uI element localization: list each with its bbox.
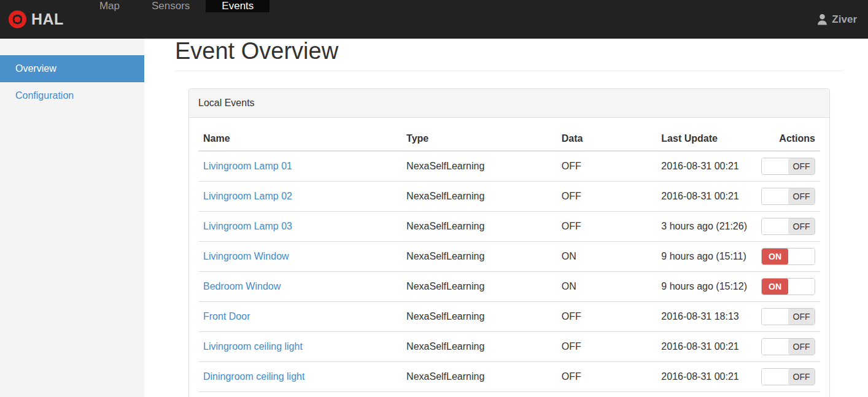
toggle-off-label: OFF: [788, 188, 815, 204]
toggle-knob: [762, 309, 788, 325]
nav-tab-events[interactable]: Events: [206, 0, 269, 12]
last-update-value: 2016-08-31 00:21: [656, 181, 756, 211]
user-icon: [816, 13, 828, 25]
local-events-panel: Local Events Name Type Data Last Update …: [188, 88, 830, 397]
device-type: NexaSelfLearning: [401, 271, 557, 301]
device-data-value: OFF: [557, 391, 657, 397]
sidebar-menu: Overview Configuration: [0, 39, 144, 109]
column-header-data: Data: [557, 127, 657, 151]
device-type: NexaSelfLearning: [401, 331, 557, 361]
table-row: Diningroom ceiling light NexaSelfLearnin…: [198, 361, 820, 391]
navbar-tabs: Map Sensors Events: [83, 0, 269, 39]
toggle-knob: [762, 158, 788, 174]
user-menu[interactable]: Ziver: [816, 0, 868, 39]
toggle-knob: [762, 188, 788, 204]
device-link[interactable]: Diningroom ceiling light: [203, 371, 304, 382]
toggle-knob: [762, 218, 788, 234]
nav-tab-map[interactable]: Map: [83, 0, 136, 12]
brand-link[interactable]: HAL: [0, 0, 70, 39]
device-data-value: ON: [557, 241, 657, 271]
last-update-value: 2016-08-31 00:21: [656, 391, 756, 397]
last-update-value: 2016-08-31 00:21: [656, 151, 756, 182]
column-header-actions: Actions: [756, 127, 820, 151]
device-link[interactable]: Livingroom Lamp 02: [203, 191, 292, 201]
column-header-type: Type: [401, 127, 557, 151]
toggle-on-label: ON: [762, 279, 788, 295]
power-toggle[interactable]: OFF: [761, 188, 815, 205]
hal-logo-icon: [9, 10, 26, 28]
device-link[interactable]: Livingroom Window: [203, 251, 289, 261]
toggle-knob: [762, 369, 788, 385]
device-type: NexaSelfLearning: [401, 301, 557, 331]
toggle-off-label: OFF: [788, 309, 815, 325]
toggle-knob: [788, 279, 815, 295]
sidebar-item-configuration[interactable]: Configuration: [0, 82, 144, 109]
power-toggle[interactable]: OFF: [761, 308, 815, 325]
toggle-on-label: ON: [762, 249, 788, 264]
page-title: Event Overview: [175, 39, 842, 64]
toggle-off-label: OFF: [788, 158, 815, 174]
table-row: Front Door NexaSelfLearning OFF 2016-08-…: [198, 301, 820, 331]
device-data-value: ON: [557, 271, 657, 301]
power-toggle[interactable]: OFF: [761, 158, 815, 175]
table-row: Bedroom Window NexaSelfLearning ON 9 hou…: [198, 271, 820, 301]
user-name: Ziver: [832, 13, 857, 26]
top-navbar: HAL Map Sensors Events Ziver: [0, 0, 868, 39]
table-row: Livingroom Lamp 01 NexaSelfLearning OFF …: [198, 151, 820, 182]
table-header-row: Name Type Data Last Update Actions: [198, 127, 820, 151]
table-row: Livingroom Lamp 02 NexaSelfLearning OFF …: [198, 181, 820, 211]
panel-title: Local Events: [189, 89, 829, 118]
device-link[interactable]: Livingroom Lamp 03: [203, 221, 292, 231]
toggle-off-label: OFF: [788, 339, 815, 355]
panel-body: Name Type Data Last Update Actions Livin…: [189, 118, 829, 397]
table-row: Livingroom ceiling light NexaSelfLearnin…: [198, 331, 820, 361]
table-row: Livingroom Window NexaSelfLearning ON 9 …: [198, 241, 820, 271]
device-type: NexaSelfLearning: [401, 241, 557, 271]
sidebar-item-overview[interactable]: Overview: [0, 55, 144, 82]
toggle-off-label: OFF: [788, 218, 815, 234]
device-link[interactable]: Livingroom ceiling light: [203, 341, 303, 352]
device-data-value: OFF: [557, 181, 657, 211]
last-update-value: 9 hours ago (15:11): [656, 241, 756, 271]
last-update-value: 3 hours ago (21:26): [656, 211, 756, 241]
last-update-value: 2016-08-31 00:21: [656, 331, 756, 361]
toggle-off-label: OFF: [788, 369, 815, 385]
last-update-value: 2016-08-31 18:13: [656, 301, 756, 331]
device-link[interactable]: Bedroom Window: [203, 281, 281, 291]
device-data-value: OFF: [557, 151, 657, 182]
events-table: Name Type Data Last Update Actions Livin…: [198, 127, 820, 397]
power-toggle[interactable]: ON: [761, 248, 815, 265]
device-type: NexaSelfLearning: [401, 361, 557, 391]
device-data-value: OFF: [557, 361, 657, 391]
last-update-value: 9 hours ago (15:12): [656, 271, 756, 301]
sidebar: Overview Configuration: [0, 39, 144, 397]
page-header: Event Overview: [175, 39, 842, 71]
device-type: NexaSelfLearning: [401, 391, 557, 397]
brand-label: HAL: [31, 10, 64, 28]
device-data-value: OFF: [557, 331, 657, 361]
nav-tab-sensors[interactable]: Sensors: [136, 0, 206, 12]
device-data-value: OFF: [557, 301, 657, 331]
power-toggle[interactable]: ON: [761, 278, 815, 295]
device-link[interactable]: Livingroom Lamp 01: [203, 161, 292, 171]
column-header-name: Name: [198, 127, 401, 151]
column-header-last-update: Last Update: [656, 127, 756, 151]
power-toggle[interactable]: OFF: [761, 218, 815, 235]
events-table-body: Livingroom Lamp 01 NexaSelfLearning OFF …: [198, 151, 820, 397]
device-data-value: OFF: [557, 211, 657, 241]
table-row: Kitchen ceiling light NexaSelfLearning O…: [198, 391, 820, 397]
table-row: Livingroom Lamp 03 NexaSelfLearning OFF …: [198, 211, 820, 241]
device-type: NexaSelfLearning: [401, 181, 557, 211]
device-type: NexaSelfLearning: [401, 211, 557, 241]
toggle-knob: [762, 339, 788, 355]
toggle-knob: [788, 249, 815, 264]
main-content: Event Overview Local Events Name Type Da…: [144, 39, 868, 397]
device-link[interactable]: Front Door: [203, 311, 250, 322]
last-update-value: 2016-08-31 00:21: [656, 361, 756, 391]
device-type: NexaSelfLearning: [401, 151, 557, 182]
power-toggle[interactable]: OFF: [761, 338, 815, 355]
power-toggle[interactable]: OFF: [761, 368, 815, 385]
